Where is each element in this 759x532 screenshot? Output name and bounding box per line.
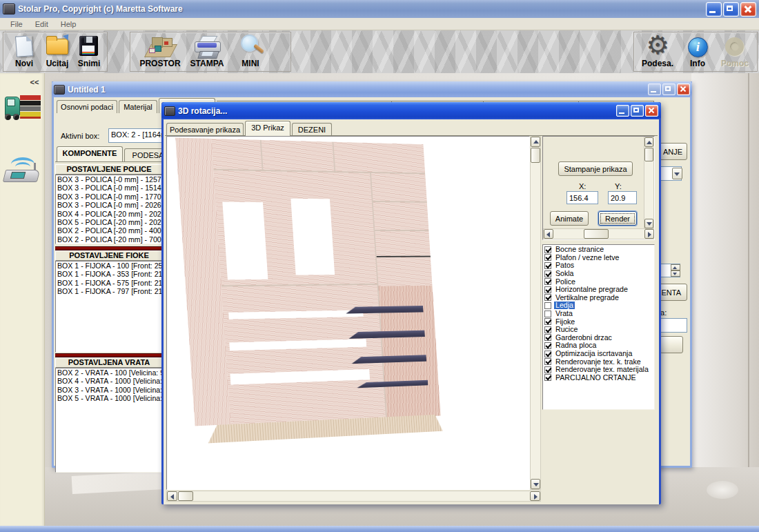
snimi-button[interactable]: Snimi: [69, 32, 109, 68]
layer-checkbox[interactable]: [544, 318, 551, 325]
layer-row[interactable]: Bocne stranice: [543, 246, 654, 254]
layer-checkbox[interactable]: [544, 278, 551, 285]
app-minimize-button[interactable]: [706, 2, 722, 17]
list-item[interactable]: BOX 2 - VRATA - 100 [Velicina: 9: [56, 368, 162, 377]
menu-edit[interactable]: Edit: [29, 19, 55, 29]
layer-row[interactable]: Ledja: [543, 302, 654, 310]
layer-checkbox[interactable]: [544, 286, 551, 293]
main-window-close-button[interactable]: [677, 83, 690, 95]
fragment-bottom-button[interactable]: [660, 336, 683, 353]
layer-checkbox[interactable]: [544, 358, 551, 365]
list-item[interactable]: BOX 1 - FIJOKA - 797 [Front: 218]: [56, 287, 162, 295]
app-maximize-button[interactable]: [723, 2, 739, 17]
subtab-komponente[interactable]: KOMPONENTE: [57, 146, 123, 161]
layer-row[interactable]: Plafon / vezne letve: [543, 254, 654, 262]
dialog-body: Podesavanje prikaza 3D Prikaz DEZENI: [164, 119, 659, 504]
tab-dezeni[interactable]: DEZENI: [292, 123, 332, 136]
gear-icon: ⚙: [642, 35, 673, 59]
layer-row[interactable]: Vrata: [543, 310, 654, 318]
layer-row[interactable]: Renderovanje tex. k. trake: [543, 357, 654, 366]
layer-checkbox[interactable]: [544, 374, 551, 381]
tab-materijal[interactable]: Materijal: [119, 100, 157, 113]
layer-checkbox[interactable]: [544, 351, 551, 357]
layers-checkbox-list[interactable]: Bocne stranicePlafon / vezne letvePatosS…: [542, 244, 655, 410]
police-listbox[interactable]: BOX 3 - POLICA [-0 mm] - 1257BOX 3 - POL…: [55, 175, 163, 244]
fragment-spinner-buttons[interactable]: [671, 264, 680, 277]
list-item[interactable]: BOX 1 - FIJOKA - 575 [Front: 218]: [56, 279, 162, 287]
layer-checkbox[interactable]: [544, 294, 551, 301]
tab-osnovni-podaci[interactable]: Osnovni podaci: [57, 100, 117, 113]
layer-checkbox[interactable]: [544, 262, 551, 269]
layer-row[interactable]: Radna ploca: [543, 342, 654, 350]
fioke-listbox[interactable]: BOX 1 - FIJOKA - 100 [Front: 250]BOX 1 -…: [55, 261, 163, 353]
vrata-listbox[interactable]: BOX 2 - VRATA - 100 [Velicina: 9BOX 4 - …: [55, 368, 163, 473]
tab-3d-prikaz[interactable]: 3D Prikaz: [245, 121, 290, 136]
layer-checkbox[interactable]: [544, 326, 551, 333]
layer-row[interactable]: Sokla: [543, 270, 654, 278]
main-window-minimize-button[interactable]: [648, 83, 661, 95]
list-item[interactable]: BOX 3 - POLICA [-0 mm] - 1257: [56, 175, 162, 184]
list-item[interactable]: BOX 1 - FIJOKA - 100 [Front: 250]: [56, 262, 162, 270]
layer-checkbox[interactable]: [544, 270, 551, 277]
main-window-maximize-button[interactable]: [662, 83, 676, 95]
main-window-titlebar[interactable]: Untitled 1: [52, 81, 692, 97]
info-button[interactable]: Info: [678, 32, 718, 68]
layer-row[interactable]: Fijoke: [543, 317, 654, 326]
viewport-vscrollbar[interactable]: [530, 136, 541, 490]
panel-vscrollbar[interactable]: [644, 137, 654, 228]
viewport-hscrollbar[interactable]: [166, 491, 541, 502]
list-item[interactable]: BOX 1 - FIJOKA - 353 [Front: 218]: [56, 270, 162, 278]
sidebar-collapse-button[interactable]: <<: [28, 77, 41, 88]
wardrobe-opening: [290, 199, 335, 275]
list-item[interactable]: BOX 3 - POLICA [-0 mm] - 1514: [56, 184, 162, 192]
layer-row[interactable]: Horizontalne pregrade: [543, 286, 654, 294]
fragment-combo-arrow[interactable]: [672, 168, 682, 179]
prostor-button[interactable]: PROSTOR: [138, 32, 182, 68]
y-value-field[interactable]: [608, 191, 637, 204]
list-item[interactable]: BOX 5 - VRATA - 1000 [Velicina: 1: [56, 394, 162, 402]
forklift-icon[interactable]: [3, 94, 41, 130]
list-item[interactable]: BOX 2 - POLICA [-20 mm] - 400: [56, 226, 162, 235]
list-item[interactable]: BOX 5 - POLICA [-20 mm] - 2029: [56, 218, 162, 226]
stampa-button[interactable]: STAMPA: [185, 32, 229, 68]
layer-checkbox[interactable]: [544, 334, 551, 341]
list-item[interactable]: BOX 3 - POLICA [-0 mm] - 2026: [56, 201, 162, 209]
mini-button[interactable]: MINI: [230, 32, 270, 68]
scanner-icon[interactable]: [4, 157, 40, 190]
menu-file[interactable]: File: [4, 19, 29, 29]
list-item[interactable]: BOX 3 - VRATA - 1000 [Velicina: 1: [56, 386, 162, 394]
layer-row[interactable]: Garderobni drzac: [543, 334, 654, 342]
3d-viewport[interactable]: [166, 136, 530, 490]
app-close-button[interactable]: [740, 2, 756, 17]
layer-checkbox[interactable]: [544, 254, 551, 261]
tab-podesavanje-prikaza[interactable]: Podesavanje prikaza: [166, 123, 244, 136]
layer-checkbox[interactable]: [544, 342, 551, 349]
list-item[interactable]: BOX 4 - VRATA - 1000 [Velicina: 1: [56, 377, 162, 385]
dialog-titlebar[interactable]: 3D rotacija...: [161, 102, 661, 119]
panel-hscrollbar[interactable]: [543, 228, 654, 239]
layer-checkbox[interactable]: [544, 302, 551, 309]
x-value-field[interactable]: [566, 191, 598, 204]
animate-button[interactable]: Animate: [550, 211, 589, 226]
dialog-close-button[interactable]: [645, 105, 658, 117]
layer-checkbox[interactable]: [544, 246, 551, 253]
dialog-3d-rotacija: 3D rotacija... Podesavanje prikaza 3D Pr…: [161, 102, 661, 504]
layer-checkbox[interactable]: [544, 366, 551, 373]
layer-row[interactable]: Renderovanje tex. materijala: [543, 366, 654, 374]
render-button[interactable]: Render: [598, 211, 637, 226]
layer-row[interactable]: Vertikalne pregrade: [543, 294, 654, 302]
dialog-maximize-button[interactable]: [631, 105, 644, 117]
list-item[interactable]: BOX 4 - POLICA [-20 mm] - 2029: [56, 210, 162, 218]
layer-row[interactable]: Patos: [543, 262, 654, 270]
stampanje-prikaza-button[interactable]: Stampanje prikaza: [558, 161, 633, 176]
layer-row[interactable]: Rucice: [543, 326, 654, 334]
dialog-minimize-button[interactable]: [616, 105, 629, 117]
list-item[interactable]: BOX 2 - POLICA [-20 mm] - 700: [56, 235, 162, 244]
layer-checkbox[interactable]: [544, 311, 551, 317]
list-item[interactable]: BOX 3 - POLICA [-0 mm] - 1770: [56, 193, 162, 201]
podesa-button[interactable]: ⚙ Podesa.: [638, 32, 678, 68]
layer-row[interactable]: Optimizacija iscrtavanja: [543, 350, 654, 358]
menu-help[interactable]: Help: [55, 19, 83, 29]
layer-row[interactable]: Police: [543, 277, 654, 286]
layer-row[interactable]: PARCIJALNO CRTANJE: [543, 374, 654, 382]
